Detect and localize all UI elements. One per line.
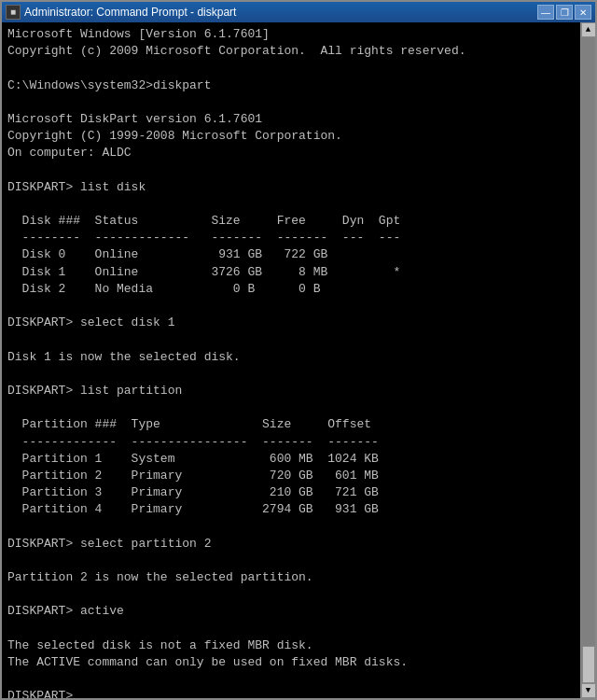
titlebar: ■ Administrator: Command Prompt - diskpa… <box>2 2 595 22</box>
close-button[interactable]: ✕ <box>575 5 591 20</box>
minimize-button[interactable]: — <box>537 5 554 20</box>
terminal-output[interactable]: Microsoft Windows [Version 6.1.7601] Cop… <box>2 22 580 698</box>
titlebar-left: ■ Administrator: Command Prompt - diskpa… <box>6 5 236 20</box>
scrollbar: ▲ ▼ <box>580 22 595 698</box>
restore-button[interactable]: ❐ <box>556 5 573 20</box>
window-title: Administrator: Command Prompt - diskpart <box>24 6 236 19</box>
command-prompt-window: ■ Administrator: Command Prompt - diskpa… <box>0 0 597 700</box>
scroll-up-button[interactable]: ▲ <box>581 22 596 37</box>
scroll-thumb[interactable] <box>582 646 595 683</box>
window-icon: ■ <box>6 5 21 20</box>
scroll-down-button[interactable]: ▼ <box>581 683 596 698</box>
scroll-track <box>581 37 595 683</box>
titlebar-buttons: — ❐ ✕ <box>537 5 591 20</box>
content-area: Microsoft Windows [Version 6.1.7601] Cop… <box>2 22 595 698</box>
